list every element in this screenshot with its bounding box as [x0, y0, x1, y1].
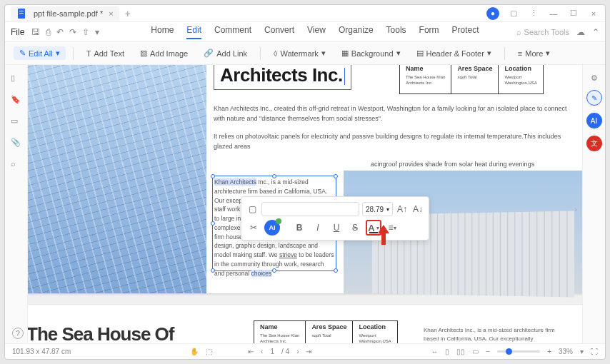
background-icon: ▦ — [341, 49, 349, 58]
file-menu[interactable]: File — [11, 27, 24, 37]
cloud-icon[interactable]: ☁ — [576, 27, 585, 37]
tab-close-icon[interactable]: × — [109, 9, 113, 18]
link-icon: 🔗 — [204, 49, 214, 58]
italic-button[interactable]: I — [310, 220, 326, 236]
menu-form[interactable]: Form — [419, 25, 439, 39]
bookmarks-icon[interactable]: 🔖 — [11, 95, 22, 106]
add-image-button[interactable]: ▨Add Image — [134, 46, 194, 60]
translate-panel-icon[interactable]: 文 — [586, 136, 602, 151]
selection-handle[interactable] — [272, 268, 276, 273]
cut-icon[interactable]: ✂ — [246, 220, 261, 236]
copy-format-icon[interactable]: ▢ — [246, 201, 259, 217]
background-button[interactable]: ▦Background▾ — [336, 46, 406, 60]
zoom-value[interactable]: 33% — [559, 348, 573, 355]
attachments-icon[interactable]: 📎 — [11, 138, 22, 149]
chevron-down-icon: ▾ — [56, 49, 60, 58]
settings-icon[interactable]: ⚙ — [591, 74, 598, 83]
prev-page-icon[interactable]: ‹ — [261, 348, 263, 355]
select-tool-icon[interactable]: ⬚ — [206, 348, 212, 355]
info-table: NameThe Sea House KlanArchitects Inc. Ar… — [399, 65, 544, 94]
ai-assistant-button[interactable]: AI — [264, 220, 280, 236]
print-icon[interactable]: ⎙ — [46, 27, 51, 37]
document-canvas[interactable]: Architects Inc. NameThe Sea House KlanAr… — [28, 65, 582, 343]
help-button[interactable]: ? — [12, 328, 24, 339]
watermark-button[interactable]: ◊Watermark▾ — [268, 46, 331, 60]
single-page-icon[interactable]: ▯ — [445, 348, 449, 355]
header-footer-button[interactable]: ▤Header & Footer▾ — [411, 46, 497, 60]
minimize-icon[interactable]: — — [548, 8, 559, 19]
svg-rect-1 — [19, 11, 24, 11]
document-tab[interactable]: ppt file-sample.pdf * × — [11, 6, 119, 21]
continuous-icon[interactable]: ▯▯ — [456, 348, 465, 355]
close-window-icon[interactable]: × — [588, 8, 599, 19]
search-icon: ⌕ — [516, 28, 521, 36]
scroll-left-icon[interactable]: ‹ — [29, 204, 39, 214]
menu-tools[interactable]: Tools — [386, 25, 406, 39]
thumbnails-icon[interactable]: ▯ — [11, 74, 22, 85]
selection-handle[interactable] — [272, 174, 276, 178]
save-icon[interactable]: 🖫 — [31, 27, 40, 37]
redo-icon[interactable]: ↷ — [69, 27, 76, 37]
hand-tool-icon[interactable]: ✋ — [190, 348, 199, 355]
increase-font-icon[interactable]: A↑ — [396, 201, 409, 217]
last-page-icon[interactable]: ⇥ — [306, 348, 311, 355]
search-tools[interactable]: ⌕ Search Tools — [516, 28, 569, 36]
page2-body: Khan Architects Inc., is a mid-sized arc… — [424, 326, 566, 343]
font-size-input[interactable]: 28.79▾ — [362, 202, 393, 216]
kebab-icon[interactable]: ⋮ — [528, 8, 539, 19]
divider — [73, 47, 74, 60]
menu-comment[interactable]: Comment — [214, 25, 251, 39]
watermark-icon: ◊ — [274, 49, 277, 58]
expand-icon[interactable]: ⌃ — [592, 27, 599, 37]
bold-button[interactable]: B — [291, 220, 307, 236]
right-rail: ⚙ ✎ AI 文 — [582, 65, 605, 343]
zoom-in-icon[interactable]: + — [547, 348, 551, 355]
title-text-box[interactable]: Architects Inc. — [214, 65, 351, 90]
share-icon[interactable]: ⇧ — [82, 27, 89, 37]
add-link-button[interactable]: 🔗Add Link — [198, 46, 253, 60]
menu-edit[interactable]: Edit — [186, 25, 201, 39]
dropdown-icon[interactable]: ▾ — [95, 27, 99, 37]
edit-panel-icon[interactable]: ✎ — [586, 90, 602, 106]
first-page-icon[interactable]: ⇤ — [248, 348, 254, 355]
user-avatar[interactable]: ● — [486, 7, 499, 20]
search-panel-icon[interactable]: ⌕ — [11, 159, 22, 171]
menu-view[interactable]: View — [307, 25, 326, 39]
zoom-slider[interactable] — [497, 350, 540, 353]
ai-panel-icon[interactable]: AI — [586, 113, 602, 128]
menu-convert[interactable]: Convert — [264, 25, 294, 39]
selection-handle[interactable] — [211, 268, 215, 273]
underline-button[interactable]: U — [329, 220, 344, 236]
add-text-button[interactable]: TAdd Text — [81, 47, 130, 60]
edit-all-button[interactable]: ✎ Edit All ▾ — [14, 46, 66, 60]
app-menu-icon[interactable]: ▢ — [508, 8, 519, 19]
next-page-icon[interactable]: › — [296, 348, 299, 355]
menu-organize[interactable]: Organize — [339, 25, 374, 39]
strikethrough-button[interactable]: S — [347, 220, 363, 236]
fit-width-icon[interactable]: ↔ — [431, 348, 438, 355]
menu-home[interactable]: Home — [151, 25, 174, 39]
more-icon: ≡ — [518, 49, 522, 58]
font-family-input[interactable] — [261, 202, 359, 216]
annotations-icon[interactable]: ▭ — [11, 116, 22, 128]
more-button[interactable]: ≡More▾ — [512, 46, 556, 60]
pdf-icon — [16, 8, 28, 19]
maximize-icon[interactable]: ☐ — [568, 8, 579, 19]
selection-handle[interactable] — [211, 221, 215, 226]
text-icon: T — [86, 49, 91, 58]
read-mode-icon[interactable]: ▭ — [472, 348, 479, 355]
undo-icon[interactable]: ↶ — [56, 27, 64, 37]
menu-protect[interactable]: Protect — [452, 25, 479, 39]
fullscreen-icon[interactable]: ⛶ — [591, 348, 598, 355]
scroll-right-icon[interactable]: › — [571, 204, 581, 214]
selection-handle[interactable] — [211, 174, 215, 178]
dimensions-readout: 101.93 x 47.87 cm — [12, 348, 71, 355]
new-tab-button[interactable]: + — [125, 8, 131, 19]
zoom-out-icon[interactable]: − — [486, 348, 490, 355]
page-number[interactable]: 1 — [270, 348, 274, 355]
search-placeholder: Search Tools — [524, 28, 569, 36]
image-icon: ▨ — [140, 49, 147, 58]
decrease-font-icon[interactable]: A↓ — [411, 201, 424, 217]
selection-handle[interactable] — [334, 268, 338, 273]
selection-handle[interactable] — [334, 174, 338, 178]
